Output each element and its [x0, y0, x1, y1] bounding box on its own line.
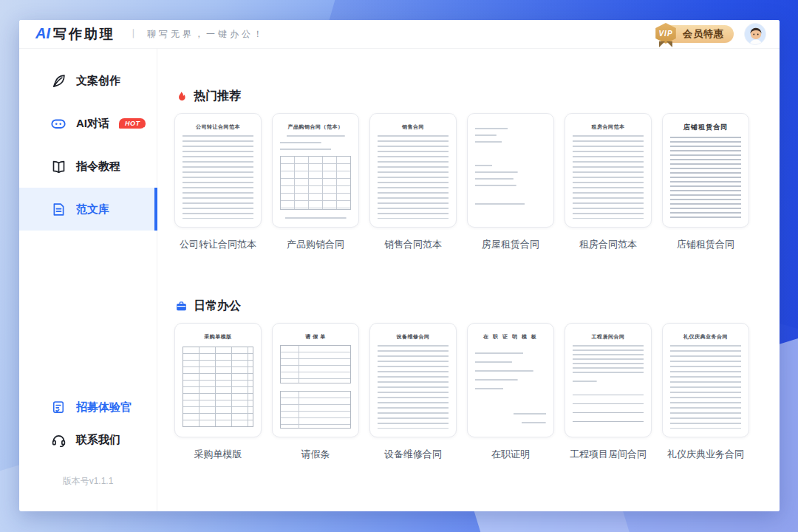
main-content: 热门推荐 公司转让合同范本 公司转让合同范本 产品购销合同（范本）: [157, 49, 780, 511]
card-label: 产品购销合同: [272, 238, 359, 251]
flame-icon: [174, 90, 188, 103]
sidebar-item-ai-chat[interactable]: AI对话 HOT: [19, 102, 157, 145]
thumb-body: [475, 345, 546, 429]
vip-label: 会员特惠: [683, 27, 724, 41]
card-label: 采购单模版: [174, 448, 262, 461]
template-card[interactable]: 租房合同范本 租房合同范本: [565, 113, 652, 251]
sidebar-item-copywriting[interactable]: 文案创作: [19, 59, 157, 102]
card-label: 房屋租赁合同: [467, 238, 554, 251]
template-thumbnail: 在 职 证 明 模 板: [467, 323, 554, 437]
app-header: AI 写作助理 丨 聊写无界，一键办公！ VIP 会员特惠: [19, 20, 780, 49]
vip-ribbon-icon: [659, 41, 672, 47]
document-icon: [50, 201, 66, 217]
template-thumbnail: 销售合同: [369, 113, 457, 228]
card-label: 礼仪庆典业务合同: [662, 448, 749, 461]
avatar-image: [745, 24, 766, 45]
user-avatar[interactable]: [744, 23, 766, 45]
card-label: 在职证明: [467, 448, 554, 461]
thumb-title: 在 职 证 明 模 板: [475, 333, 546, 340]
template-card[interactable]: 采购单模版 采购单模版: [174, 323, 262, 461]
tagline: 丨 聊写无界，一键办公！: [129, 27, 265, 41]
template-thumbnail: 礼仪庆典业务合同: [662, 323, 749, 437]
thumb-body: [280, 345, 351, 429]
sidebar-item-tutorials[interactable]: 指令教程: [19, 145, 157, 188]
app-logo: AI 写作助理: [35, 25, 115, 43]
thumb-body: [280, 135, 351, 219]
vip-promo-button[interactable]: VIP 会员特惠: [662, 25, 734, 43]
thumb-title: 公司转让合同范本: [183, 123, 253, 130]
template-thumbnail: 产品购销合同（范本）: [272, 113, 359, 228]
section-title: 日常办公: [194, 299, 241, 314]
template-card[interactable]: 礼仪庆典业务合同 礼仪庆典业务合同: [662, 323, 749, 461]
sidebar-item-label: 联系我们: [76, 433, 120, 447]
headset-icon: [50, 432, 66, 448]
thumb-body: [573, 345, 644, 429]
template-thumbnail: 店铺租赁合同: [662, 113, 749, 228]
sidebar-footer: 招募体验官 联系我们 版本号v1.1.1: [19, 391, 157, 511]
clipboard-icon: [50, 399, 66, 415]
sidebar-item-label: 指令教程: [76, 160, 120, 174]
template-thumbnail: [467, 113, 554, 228]
card-row: 公司转让合同范本 公司转让合同范本 产品购销合同（范本） 产品购销合同: [174, 113, 780, 251]
sidebar-item-contact[interactable]: 联系我们: [19, 423, 157, 456]
card-label: 店铺租赁合同: [662, 238, 749, 251]
section-hot-recommendations: 热门推荐 公司转让合同范本 公司转让合同范本 产品购销合同（范本）: [174, 89, 780, 251]
template-card[interactable]: 请 假 单 请假条: [272, 323, 359, 461]
sidebar-item-label: AI对话: [76, 117, 109, 131]
template-card[interactable]: 店铺租赁合同 店铺租赁合同: [662, 113, 749, 251]
card-label: 设备维修合同: [369, 448, 457, 461]
card-label: 公司转让合同范本: [174, 238, 262, 251]
sidebar-item-label: 文案创作: [76, 74, 120, 88]
card-label: 销售合同范本: [369, 238, 457, 251]
app-window: AI 写作助理 丨 聊写无界，一键办公！ VIP 会员特惠: [19, 20, 780, 511]
thumb-title: 采购单模版: [183, 333, 253, 340]
card-label: 请假条: [272, 448, 359, 461]
template-thumbnail: 请 假 单: [272, 323, 359, 437]
template-card[interactable]: 产品购销合同（范本） 产品购销合同: [272, 113, 359, 251]
section-daily-office: 日常办公 采购单模版 采购单模版 请 假 单: [174, 299, 780, 461]
thumb-body: [670, 137, 741, 219]
briefcase-icon: [174, 300, 188, 313]
template-thumbnail: 采购单模版: [174, 323, 262, 437]
section-header: 热门推荐: [174, 89, 780, 104]
template-card[interactable]: 房屋租赁合同: [467, 113, 554, 251]
sidebar: 文案创作 AI对话 HOT: [19, 49, 157, 511]
sidebar-item-label: 招募体验官: [76, 400, 132, 415]
template-card[interactable]: 销售合同 销售合同范本: [369, 113, 457, 251]
thumb-body: [378, 345, 449, 429]
template-thumbnail: 公司转让合同范本: [174, 113, 262, 228]
sidebar-item-label: 范文库: [76, 202, 109, 216]
section-header: 日常办公: [174, 299, 780, 314]
version-label: 版本号v1.1.1: [19, 475, 157, 488]
template-thumbnail: 设备维修合同: [369, 323, 457, 437]
card-row: 采购单模版 采购单模版 请 假 单 请假条: [174, 323, 780, 461]
thumb-title: 设备维修合同: [378, 333, 449, 340]
tagline-text: 聊写无界，一键办公！: [147, 28, 265, 41]
section-title: 热门推荐: [194, 89, 241, 104]
card-label: 租房合同范本: [565, 238, 652, 251]
sidebar-item-recruit[interactable]: 招募体验官: [19, 391, 157, 423]
hot-badge: HOT: [119, 118, 146, 129]
thumb-body: [475, 123, 546, 219]
thumb-title: 工程居间合同: [573, 333, 644, 340]
thumb-title: 产品购销合同（范本）: [280, 123, 351, 130]
template-thumbnail: 租房合同范本: [565, 113, 652, 228]
thumb-title: 租房合同范本: [573, 123, 644, 130]
thumb-title: 礼仪庆典业务合同: [670, 333, 741, 340]
thumb-title: 店铺租赁合同: [670, 123, 741, 132]
template-card[interactable]: 在 职 证 明 模 板 在职证明: [467, 323, 554, 461]
sidebar-item-template-library[interactable]: 范文库: [19, 188, 157, 231]
thumb-body: [183, 135, 253, 219]
thumb-body: [183, 345, 253, 429]
thumb-title: 销售合同: [378, 123, 449, 130]
thumb-title: 请 假 单: [280, 333, 351, 340]
thumb-body: [670, 345, 741, 429]
template-card[interactable]: 公司转让合同范本 公司转让合同范本: [174, 113, 262, 251]
template-card[interactable]: 设备维修合同 设备维修合同: [369, 323, 457, 461]
thumb-body: [573, 135, 644, 219]
logo-ai-mark: AI: [35, 25, 50, 42]
tagline-divider: 丨: [129, 27, 138, 41]
template-thumbnail: 工程居间合同: [565, 323, 652, 437]
template-card[interactable]: 工程居间合同 工程项目居间合同: [565, 323, 652, 461]
card-label: 工程项目居间合同: [565, 448, 652, 461]
